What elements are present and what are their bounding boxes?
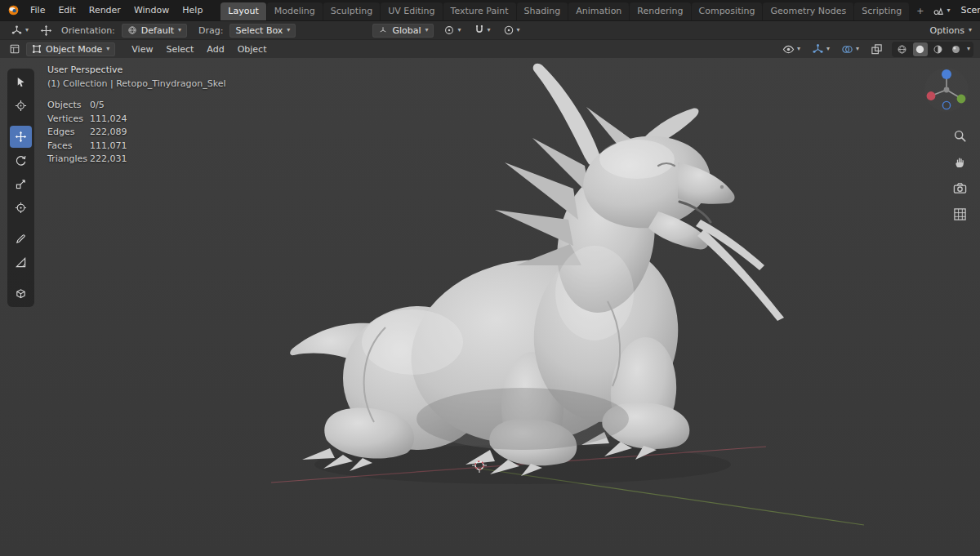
pan-hand-icon[interactable]	[951, 153, 969, 171]
tool-annotate[interactable]	[10, 228, 32, 250]
orientation-label: Orientation:	[61, 25, 115, 36]
chevron-down-icon: ▾	[425, 27, 428, 33]
viewport-overlay-text: User Perspective (1) Collection | Retopo…	[47, 64, 226, 167]
viewport-3d[interactable]: User Perspective (1) Collection | Retopo…	[0, 58, 980, 556]
chevron-down-icon: ▾	[517, 27, 520, 33]
options-label: Options	[930, 25, 964, 36]
active-collection-label: (1) Collection | Retopo_Tinydragon_Skel	[47, 78, 226, 91]
pivot-point-icon[interactable]: ▾	[441, 24, 463, 37]
proportional-editing-icon[interactable]: ▾	[501, 24, 523, 37]
chevron-down-icon: ▾	[969, 27, 972, 33]
shading-mode-group: ▾	[892, 42, 973, 57]
stat-vertices: Vertices 111,024	[47, 113, 226, 127]
camera-view-icon[interactable]	[951, 179, 969, 197]
viewport-nav-buttons	[951, 127, 969, 223]
tab-geometry-nodes[interactable]: Geometry Nodes	[763, 2, 853, 20]
chevron-down-icon: ▾	[457, 27, 461, 33]
transform-orientation-icon[interactable]: ▾	[8, 24, 31, 38]
add-workspace-button[interactable]: +	[910, 2, 930, 20]
tool-measure[interactable]	[10, 251, 32, 274]
navigation-gizmo[interactable]	[923, 66, 970, 113]
snap-cluster: Global ▾ ▾ ▾ ▾	[372, 24, 522, 38]
scene-selector[interactable]: Scene	[956, 3, 980, 17]
menu-file[interactable]: File	[24, 2, 51, 18]
workspace-tabs: Layout Modeling Sculpting UV Editing Tex…	[220, 0, 930, 20]
tool-settings-bar: ▾ Orientation: Default ▾ Drag: Select Bo…	[0, 20, 980, 39]
chevron-down-icon: ▾	[797, 46, 800, 52]
menu-select[interactable]: Select	[159, 42, 200, 57]
chevron-down-icon: ▾	[287, 27, 290, 33]
chevron-down-icon: ▾	[488, 27, 491, 33]
drag-dropdown[interactable]: Select Box ▾	[229, 24, 296, 38]
stat-objects: Objects 0/5	[47, 99, 226, 113]
mode-value: Object Mode	[46, 44, 102, 55]
orientation-dropdown[interactable]: Default ▾	[122, 24, 187, 38]
tab-rendering[interactable]: Rendering	[630, 2, 690, 20]
scene-name: Scene	[960, 5, 980, 16]
tab-scripting[interactable]: Scripting	[854, 2, 909, 20]
stat-faces: Faces 111,071	[47, 140, 226, 153]
chevron-down-icon: ▾	[947, 7, 950, 14]
blender-logo-icon[interactable]	[7, 2, 20, 19]
gizmos-toggle-icon[interactable]: ▾	[809, 42, 832, 56]
tool-separator	[10, 118, 32, 124]
tool-scale[interactable]	[10, 173, 32, 195]
xray-toggle-icon[interactable]	[868, 42, 885, 56]
snap-magnet-icon[interactable]: ▾	[471, 24, 493, 37]
chevron-down-icon: ▾	[856, 46, 859, 52]
active-tool-move-icon[interactable]	[38, 24, 55, 38]
viewport-menus: View Select Add Object	[125, 42, 273, 57]
tool-move[interactable]	[10, 126, 32, 148]
tool-transform[interactable]	[10, 197, 32, 219]
stat-triangles: Triangles 222,031	[47, 153, 226, 167]
tab-shading[interactable]: Shading	[517, 2, 568, 20]
menu-add[interactable]: Add	[200, 42, 230, 57]
topbar-right: ▾ Scene	[930, 3, 980, 17]
tab-animation[interactable]: Animation	[568, 2, 629, 20]
tab-modeling[interactable]: Modeling	[267, 2, 323, 20]
tool-cursor[interactable]	[10, 95, 32, 117]
stat-edges: Edges 222,089	[47, 126, 226, 140]
shading-solid-button[interactable]	[913, 42, 928, 56]
orientation-value: Default	[141, 25, 174, 36]
tab-compositing[interactable]: Compositing	[692, 2, 763, 20]
options-dropdown[interactable]: Options ▾	[930, 25, 972, 36]
chevron-down-icon: ▾	[25, 27, 29, 33]
overlays-toggle-icon[interactable]: ▾	[839, 42, 862, 56]
tool-separator	[10, 275, 32, 281]
chevron-down-icon: ▾	[106, 46, 109, 52]
editor-type-icon[interactable]	[7, 42, 23, 56]
menu-view[interactable]: View	[125, 42, 159, 57]
drag-label: Drag:	[198, 25, 223, 36]
menu-window[interactable]: Window	[127, 2, 176, 18]
shading-rendered-button[interactable]	[949, 42, 964, 56]
tool-rotate[interactable]	[10, 149, 32, 171]
tool-select-box[interactable]	[10, 71, 32, 93]
tab-texture-paint[interactable]: Texture Paint	[443, 2, 516, 20]
menu-help[interactable]: Help	[176, 2, 209, 18]
menu-object[interactable]: Object	[231, 42, 274, 57]
toolbar-left	[7, 69, 34, 307]
tab-sculpting[interactable]: Sculpting	[323, 2, 380, 20]
chevron-down-icon: ▾	[826, 46, 830, 52]
transform-space-dropdown[interactable]: Global ▾	[372, 24, 434, 38]
shading-material-button[interactable]	[931, 42, 946, 56]
orthographic-toggle-icon[interactable]	[951, 205, 969, 223]
tab-uv-editing[interactable]: UV Editing	[381, 2, 442, 20]
mode-dropdown[interactable]: Object Mode ▾	[26, 42, 115, 56]
tool-separator	[10, 220, 32, 226]
menu-render[interactable]: Render	[82, 2, 127, 18]
chevron-down-icon: ▾	[178, 27, 181, 33]
topbar: File Edit Render Window Help Layout Mode…	[0, 0, 980, 20]
viewport-header-right: ▾ ▾ ▾ ▾	[780, 42, 973, 57]
viewport-header: Object Mode ▾ View Select Add Object ▾ ▾…	[0, 39, 980, 58]
scene-statistics: Objects 0/5 Vertices 111,024 Edges 222,0…	[47, 99, 226, 167]
menu-edit[interactable]: Edit	[51, 2, 82, 18]
tab-layout[interactable]: Layout	[220, 2, 265, 20]
browse-scene-icon[interactable]: ▾	[930, 4, 952, 17]
shading-wireframe-button[interactable]	[895, 42, 910, 56]
chevron-down-icon: ▾	[967, 46, 970, 52]
zoom-icon[interactable]	[951, 127, 969, 145]
tool-add-cube[interactable]	[10, 282, 32, 305]
object-visibility-icon[interactable]: ▾	[780, 42, 803, 56]
